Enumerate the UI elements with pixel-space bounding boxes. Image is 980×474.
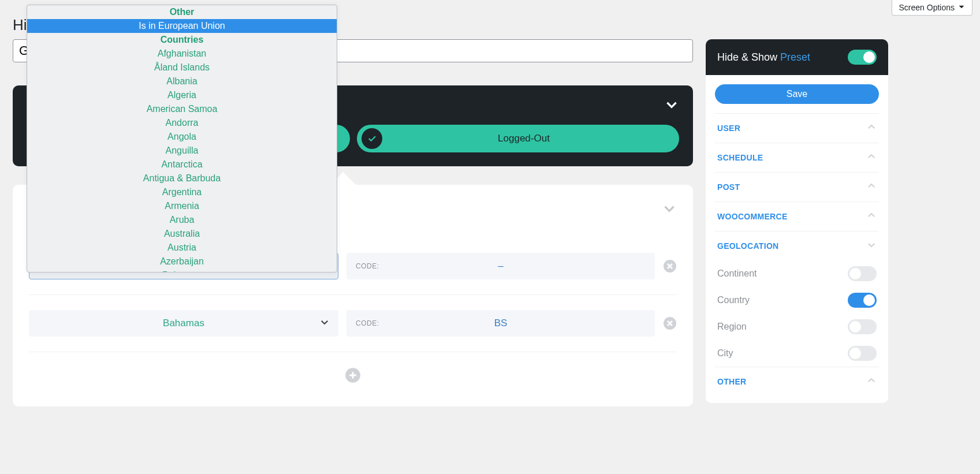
chevron-up-icon [866,122,877,135]
continent-toggle[interactable] [848,266,877,281]
code-value: BS [494,318,508,329]
sub-item-label: Continent [717,268,757,279]
dropdown-item[interactable]: Algeria [27,88,337,102]
accordion-other[interactable]: OTHER [715,367,879,396]
dropdown-item[interactable]: Afghanistan [27,47,337,61]
sidebar-title: Hide & Show Preset [717,51,810,64]
remove-button[interactable] [663,259,677,273]
remove-button[interactable] [663,316,677,330]
dropdown-item[interactable]: Åland Islands [27,61,337,74]
country-dropdown[interactable]: OtherIs in European UnionCountriesAfghan… [27,5,337,273]
code-box: CODE: BS [346,310,655,337]
code-value: – [498,260,503,272]
dropdown-item[interactable]: Albania [27,74,337,88]
sub-item-label: City [717,348,733,359]
dropdown-group-other: Other [27,5,337,19]
dropdown-item[interactable]: Azerbaijan [27,255,337,268]
chevron-down-icon[interactable] [664,97,679,114]
accordion-post[interactable]: POST [715,172,879,201]
accordion-schedule[interactable]: SCHEDULE [715,143,879,172]
dropdown-item[interactable]: American Samoa [27,102,337,116]
chevron-up-icon [866,210,877,223]
code-box: CODE: – [346,253,655,279]
select-value: Bahamas [163,318,204,329]
accordion-user[interactable]: USER [715,113,879,143]
accordion-label: SCHEDULE [717,153,763,162]
preset-enable-toggle[interactable] [848,50,877,65]
sub-item-label: Country [717,295,750,305]
dropdown-item[interactable]: Aruba [27,213,337,227]
dropdown-item[interactable]: Antigua & Barbuda [27,171,337,185]
accordion-woocommerce[interactable]: WOOCOMMERCE [715,201,879,231]
dropdown-item[interactable]: Austria [27,241,337,255]
dropdown-item[interactable]: Is in European Union [27,19,337,33]
dropdown-item[interactable]: Anguilla [27,144,337,158]
geo-city-row: City [715,340,879,367]
sub-item-label: Region [717,322,747,332]
caret-down-icon [958,3,965,12]
dropdown-group-countries: Countries [27,33,337,47]
dropdown-item[interactable]: Argentina [27,185,337,199]
rule-row: Bahamas CODE: BS [29,310,677,352]
code-label: CODE: [356,262,379,270]
dropdown-item[interactable]: Armenia [27,199,337,213]
country-toggle[interactable] [848,293,877,308]
accordion-label: WOOCOMMERCE [717,212,788,221]
dropdown-item[interactable]: Australia [27,227,337,241]
city-toggle[interactable] [848,346,877,361]
accordion-label: OTHER [717,377,747,386]
chevron-up-icon [866,375,877,388]
add-rule-button[interactable] [29,367,677,383]
country-select[interactable]: Bahamas [29,310,338,337]
dropdown-item[interactable]: Andorra [27,116,337,130]
page-title: Hi [13,16,27,34]
chevron-up-icon [866,181,877,193]
accordion-label: GEOLOCATION [717,241,778,251]
dropdown-item[interactable]: Bahamas [27,268,337,272]
pill-label: Logged-Out [392,133,679,144]
chevron-down-icon [866,240,877,252]
logged-out-pill[interactable]: Logged-Out [357,125,679,152]
code-label: CODE: [356,319,379,327]
screen-options-tab[interactable]: Screen Options [892,0,973,16]
accordion-label: USER [717,124,740,133]
accordion-label: POST [717,182,740,192]
settings-sidebar: Hide & Show Preset Save USER SCHEDULE PO… [706,39,888,403]
save-button[interactable]: Save [715,84,879,104]
geo-region-row: Region [715,313,879,340]
geo-country-row: Country [715,287,879,313]
chevron-up-icon [866,151,877,164]
check-icon [362,128,382,149]
region-toggle[interactable] [848,319,877,334]
chevron-down-icon[interactable] [662,201,677,218]
geo-continent-row: Continent [715,260,879,287]
dropdown-item[interactable]: Antarctica [27,158,337,171]
sidebar-header: Hide & Show Preset [706,39,888,75]
accordion-geolocation[interactable]: GEOLOCATION [715,231,879,260]
screen-options-label: Screen Options [899,3,955,12]
dropdown-item[interactable]: Angola [27,130,337,144]
chevron-down-icon [319,317,330,330]
